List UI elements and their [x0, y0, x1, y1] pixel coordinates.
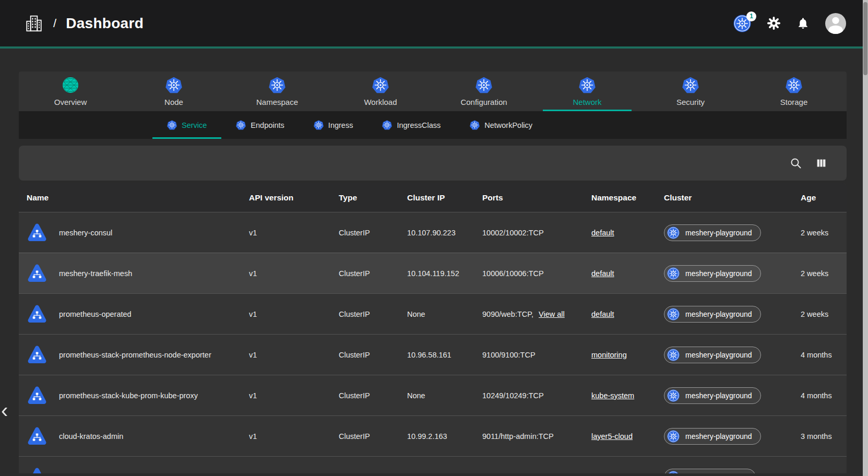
cluster-chip[interactable]: meshery-playground — [664, 428, 761, 445]
nav-tab-label: Storage — [780, 98, 808, 106]
sub-tab-endpoints[interactable]: Endpoints — [221, 111, 299, 139]
sub-tab-ingress[interactable]: Ingress — [299, 111, 368, 139]
kubernetes-icon — [667, 430, 680, 443]
table-row[interactable]: prometheus-operated v1 ClusterIP None 90… — [19, 293, 847, 334]
cluster-name: meshery-playground — [685, 310, 752, 318]
nav-tab-label: Network — [573, 98, 601, 106]
service-icon — [27, 263, 47, 284]
namespace-link[interactable]: meshery — [591, 473, 621, 474]
service-icon — [27, 385, 47, 406]
api-version: v1 — [249, 269, 339, 278]
service-type: ClusterIP — [339, 310, 407, 318]
cluster-chip[interactable]: meshery-playground — [664, 265, 761, 282]
column-header-type[interactable]: Type — [339, 193, 407, 203]
header-actions: 1 — [733, 13, 854, 34]
sub-tabbar: Service Endpoints Ingress IngressClass N… — [19, 111, 847, 139]
kubernetes-icon — [236, 120, 246, 130]
table-row[interactable]: meshery-traefik-mesh v1 ClusterIP 10.104… — [19, 253, 847, 293]
nav-tab-label: Configuration — [460, 98, 507, 106]
column-header-age[interactable]: Age — [801, 193, 847, 203]
sidebar-expand-button[interactable]: ‹ — [1, 400, 8, 421]
service-icon — [27, 467, 47, 474]
cluster-chip[interactable] — [664, 469, 756, 474]
service-type: ClusterIP — [339, 432, 407, 441]
view-columns-button[interactable] — [816, 158, 827, 169]
service-type: ClusterIP — [339, 391, 407, 400]
column-header-namespace[interactable]: Namespace — [591, 193, 664, 203]
kubernetes-icon — [667, 308, 680, 320]
kubernetes-icon — [667, 471, 680, 474]
cluster-ip: None — [407, 391, 482, 400]
nav-tab-workload[interactable]: Workload — [329, 72, 432, 111]
nav-tab-security[interactable]: Security — [639, 72, 742, 111]
namespace-link[interactable]: default — [591, 269, 614, 278]
cluster-chip[interactable]: meshery-playground — [664, 306, 761, 323]
table-row[interactable]: prometheus-stack-prometheus-node-exporte… — [19, 334, 847, 375]
table-row[interactable]: meshery — [19, 456, 847, 473]
ports: 10006/10006:TCP — [482, 269, 544, 278]
scrollbar-thumb[interactable] — [863, 2, 867, 75]
cluster-chip[interactable]: meshery-playground — [664, 347, 761, 363]
sub-tab-label: Service — [182, 121, 207, 129]
service-icon — [27, 344, 47, 365]
nav-tabbar: Overview Node Namespace Workload Configu… — [19, 72, 847, 111]
service-name: meshery-traefik-mesh — [59, 269, 132, 278]
view-all-link[interactable]: View all — [539, 310, 565, 318]
notifications-button[interactable] — [796, 17, 810, 30]
settings-button[interactable] — [767, 16, 781, 30]
namespace-link[interactable]: default — [591, 229, 614, 237]
sub-tab-label: NetworkPolicy — [484, 121, 532, 129]
cluster-ip: None — [407, 310, 482, 318]
kubernetes-context-button[interactable]: 1 — [733, 15, 751, 32]
namespace-link[interactable]: default — [591, 310, 614, 318]
table-row[interactable]: cloud-kratos-admin v1 ClusterIP 10.99.2.… — [19, 415, 847, 456]
kubernetes-icon — [165, 77, 182, 93]
nav-tab-storage[interactable]: Storage — [742, 72, 846, 111]
nav-tab-overview[interactable]: Overview — [19, 72, 122, 111]
sub-tab-ingressclass[interactable]: IngressClass — [367, 111, 455, 139]
sub-tab-networkpolicy[interactable]: NetworkPolicy — [455, 111, 547, 139]
ports: 9011/http-admin:TCP — [482, 432, 554, 441]
user-avatar-button[interactable] — [825, 13, 846, 34]
column-header-cluster[interactable]: Cluster — [664, 193, 801, 203]
kubernetes-icon — [167, 120, 177, 130]
age: 4 months — [801, 351, 847, 359]
nav-tab-namespace[interactable]: Namespace — [225, 72, 329, 111]
service-icon — [27, 222, 47, 243]
kubernetes-icon — [269, 77, 286, 93]
cluster-ip: 10.104.119.152 — [407, 269, 482, 278]
service-name: meshery-consul — [59, 229, 112, 237]
nav-tab-label: Namespace — [256, 98, 298, 106]
cluster-name: meshery-playground — [685, 391, 752, 400]
column-header-api-version[interactable]: API version — [249, 193, 339, 203]
sub-tab-service[interactable]: Service — [152, 111, 221, 139]
scrollbar[interactable] — [863, 0, 868, 476]
age: 2 weeks — [801, 310, 847, 318]
nav-tab-configuration[interactable]: Configuration — [432, 72, 536, 111]
active-tab-underline — [543, 110, 632, 111]
cluster-ip: 10.99.2.163 — [407, 432, 482, 441]
nav-tab-label: Security — [676, 98, 705, 106]
kubernetes-icon — [372, 77, 389, 93]
age: 3 months — [801, 432, 847, 441]
search-button[interactable] — [790, 157, 802, 170]
cluster-chip[interactable]: meshery-playground — [664, 224, 761, 241]
table-row[interactable]: meshery-consul v1 ClusterIP 10.107.90.22… — [19, 212, 847, 253]
breadcrumb-separator: / — [53, 17, 56, 30]
nav-tab-node[interactable]: Node — [122, 72, 225, 111]
namespace-link[interactable]: layer5-cloud — [591, 432, 633, 441]
namespace-link[interactable]: kube-system — [591, 391, 634, 400]
column-header-ports[interactable]: Ports — [482, 193, 591, 203]
namespace-link[interactable]: monitoring — [591, 351, 627, 359]
organization-icon[interactable] — [24, 14, 44, 33]
table-toolbar — [19, 146, 847, 181]
column-header-name[interactable]: Name — [19, 193, 249, 203]
column-header-cluster-ip[interactable]: Cluster IP — [407, 193, 482, 203]
age: 2 weeks — [801, 269, 847, 278]
cluster-chip[interactable]: meshery-playground — [664, 387, 761, 404]
nav-tab-network[interactable]: Network — [536, 72, 639, 111]
nav-tab-label: Overview — [54, 98, 87, 106]
table-row[interactable]: prometheus-stack-kube-prom-kube-proxy v1… — [19, 375, 847, 415]
service-name: prometheus-stack-kube-prom-kube-proxy — [59, 391, 198, 400]
view-columns-icon — [816, 158, 827, 169]
